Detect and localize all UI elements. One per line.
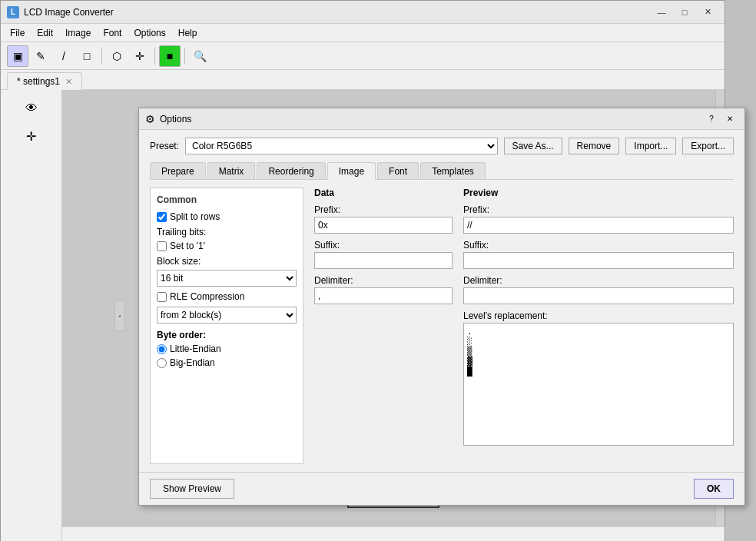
- dialog-title-bar: ⚙ Options ? ✕: [139, 108, 744, 130]
- set-to-1-row: Set to '1': [157, 241, 297, 251]
- app-title: LCD Image Converter: [24, 7, 651, 18]
- line-tool-button[interactable]: /: [53, 45, 75, 67]
- options-dialog: ⚙ Options ? ✕ Preset: Color R5G6B5 Save …: [138, 108, 745, 506]
- block-size-select[interactable]: 16 bit: [157, 270, 297, 287]
- rect-tool-button[interactable]: □: [76, 45, 98, 67]
- close-button[interactable]: ✕: [697, 4, 718, 21]
- data-prefix-group: Prefix:: [314, 204, 453, 234]
- settings-tab[interactable]: * settings1 ✕: [7, 72, 82, 90]
- menu-edit[interactable]: Edit: [31, 25, 59, 41]
- common-panel-title: Common: [157, 194, 297, 205]
- dialog-title: Options: [160, 114, 703, 124]
- app-icon: L: [7, 6, 19, 18]
- data-panel: Data Prefix: Suffix: Delimiter:: [314, 188, 453, 464]
- menu-help[interactable]: Help: [172, 25, 204, 41]
- dialog-icon: ⚙: [145, 113, 155, 125]
- pen-tool-button[interactable]: ✎: [30, 45, 51, 67]
- maximize-button[interactable]: □: [674, 4, 695, 21]
- menu-options[interactable]: Options: [128, 25, 171, 41]
- preview-suffix-group: Suffix:: [463, 240, 734, 269]
- select-tool-button[interactable]: ▣: [7, 45, 28, 67]
- dialog-footer: Show Preview OK: [139, 472, 744, 505]
- data-suffix-group: Suffix:: [314, 240, 453, 269]
- tab-prepare[interactable]: Prepare: [150, 162, 206, 179]
- preview-delimiter-group: Delimiter:: [463, 275, 734, 304]
- menu-font[interactable]: Font: [97, 25, 128, 41]
- preview-delimiter-input[interactable]: [463, 287, 734, 304]
- move-tool-button[interactable]: ⬡: [106, 45, 128, 67]
- toolbar-separator-2: [154, 48, 155, 65]
- split-to-rows-row: Split to rows: [157, 211, 297, 222]
- level-replacement-textarea[interactable]: . ░ ▒ ▓ █: [463, 323, 734, 446]
- data-suffix-label: Suffix:: [314, 240, 453, 251]
- data-delimiter-input[interactable]: [314, 287, 453, 304]
- byte-order-label: Byte order:: [157, 330, 297, 340]
- export-button[interactable]: Export...: [682, 138, 734, 154]
- hand-tool-button[interactable]: ✛: [129, 45, 151, 67]
- color-tool-button[interactable]: ■: [159, 45, 181, 67]
- zoom-tool-button[interactable]: 🔍: [189, 45, 211, 67]
- minimize-button[interactable]: —: [651, 4, 672, 21]
- toolbar-separator: [101, 48, 102, 65]
- eyedropper-tool[interactable]: 👁: [19, 96, 44, 121]
- dialog-close-button[interactable]: ✕: [721, 112, 738, 126]
- little-endian-radio[interactable]: [157, 344, 167, 354]
- data-prefix-label: Prefix:: [314, 204, 453, 215]
- rle-from-select[interactable]: from 2 block(s): [157, 307, 297, 324]
- show-preview-button[interactable]: Show Preview: [150, 479, 234, 499]
- rle-from-row: from 2 block(s): [157, 307, 297, 324]
- data-panel-title: Data: [314, 188, 453, 198]
- remove-button[interactable]: Remove: [569, 138, 620, 154]
- title-bar-controls: — □ ✕: [651, 4, 718, 21]
- menu-file[interactable]: File: [4, 25, 31, 41]
- split-to-rows-checkbox[interactable]: [157, 212, 167, 222]
- preview-delimiter-label: Delimiter:: [463, 275, 734, 286]
- data-delimiter-label: Delimiter:: [314, 275, 453, 286]
- tab-matrix[interactable]: Matrix: [207, 162, 256, 179]
- data-delimiter-group: Delimiter:: [314, 275, 453, 304]
- dialog-body: Preset: Color R5G6B5 Save As... Remove I…: [139, 130, 744, 472]
- trailing-bits-label: Trailing bits:: [157, 227, 297, 237]
- big-endian-row: Big-Endian: [157, 357, 297, 368]
- rle-checkbox[interactable]: [157, 292, 167, 302]
- toolbar-separator-3: [184, 48, 185, 65]
- menu-image[interactable]: Image: [59, 25, 97, 41]
- rle-row: RLE Compression: [157, 291, 297, 302]
- preview-suffix-label: Suffix:: [463, 240, 734, 251]
- tab-body: Common Split to rows Trailing bits: Set …: [150, 188, 734, 464]
- level-replacement-group: Level's replacement: . ░ ▒ ▓ █: [463, 310, 734, 448]
- ok-button[interactable]: OK: [694, 479, 734, 499]
- save-as-button[interactable]: Save As...: [504, 138, 562, 154]
- import-button[interactable]: Import...: [625, 138, 676, 154]
- data-suffix-input[interactable]: [314, 252, 453, 269]
- tab-image[interactable]: Image: [327, 162, 376, 180]
- block-size-label: Block size:: [157, 256, 297, 267]
- preset-select[interactable]: Color R5G6B5: [185, 138, 498, 154]
- preview-prefix-label: Prefix:: [463, 204, 734, 215]
- level-replacement-label: Level's replacement:: [463, 310, 734, 321]
- set-to-1-checkbox[interactable]: [157, 241, 167, 251]
- drag-tool[interactable]: ✛: [19, 124, 44, 148]
- preview-panel-title: Preview: [463, 188, 734, 198]
- set-to-1-label: Set to '1': [170, 241, 205, 251]
- panel-collapse-button[interactable]: ‹: [114, 300, 125, 331]
- settings-tab-label: * settings1: [17, 76, 60, 87]
- title-bar: L LCD Image Converter — □ ✕: [1, 1, 724, 24]
- tab-templates[interactable]: Templates: [420, 162, 486, 179]
- rle-label: RLE Compression: [170, 291, 244, 302]
- tab-reordering[interactable]: Reordering: [257, 162, 325, 179]
- settings-tab-close[interactable]: ✕: [65, 77, 72, 86]
- little-endian-label: Little-Endian: [170, 344, 221, 354]
- data-prefix-input[interactable]: [314, 217, 453, 234]
- tab-font[interactable]: Font: [377, 162, 419, 179]
- preview-prefix-input[interactable]: [463, 217, 734, 234]
- common-panel: Common Split to rows Trailing bits: Set …: [150, 188, 303, 464]
- dialog-help-button[interactable]: ?: [703, 112, 720, 126]
- preview-panel: Preview Prefix: Suffix: Delimiter: Level…: [463, 188, 734, 464]
- preview-suffix-input[interactable]: [463, 252, 734, 269]
- big-endian-radio[interactable]: [157, 358, 167, 368]
- little-endian-row: Little-Endian: [157, 344, 297, 354]
- preset-row: Preset: Color R5G6B5 Save As... Remove I…: [150, 138, 734, 154]
- status-bar: [62, 526, 724, 541]
- dialog-title-buttons: ? ✕: [703, 112, 738, 126]
